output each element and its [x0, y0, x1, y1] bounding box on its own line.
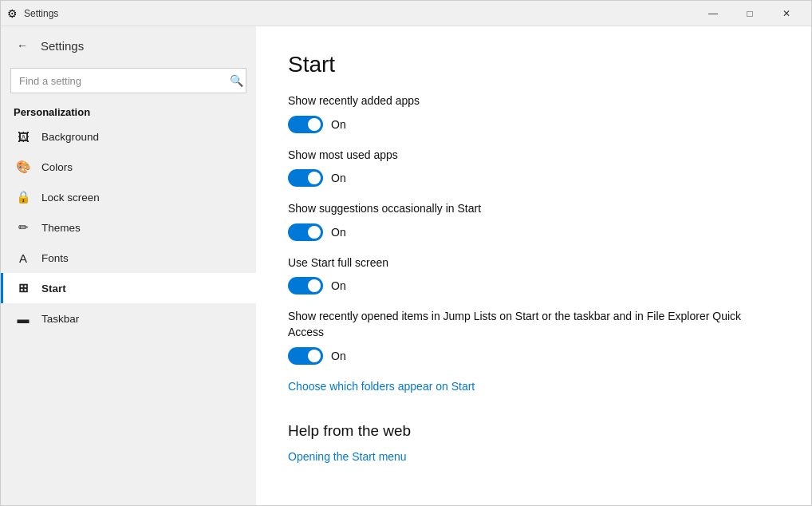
title-bar-title: Settings [24, 8, 58, 19]
close-button[interactable]: ✕ [768, 1, 805, 26]
sidebar-item-lock-screen[interactable]: 🔒Lock screen [1, 182, 256, 212]
toggle-knob-recently-added [308, 118, 321, 131]
settings-window: ⚙ Settings — □ ✕ ← Settings 🔍 Personaliz… [0, 0, 812, 506]
title-bar-controls: — □ ✕ [695, 1, 805, 26]
toggle-recently-added[interactable] [288, 116, 323, 133]
fonts-icon: A [16, 251, 30, 265]
sidebar-item-start[interactable]: ⊞Start [1, 273, 256, 303]
toggle-knob-full-screen [308, 279, 321, 292]
taskbar-label: Taskbar [41, 313, 79, 325]
content-area: ← Settings 🔍 Personalization 🖼Background… [1, 26, 811, 505]
toggle-label-suggestions: On [331, 226, 346, 239]
toggle-label-recently-added: On [331, 118, 346, 131]
help-links-container: Opening the Start menu [288, 449, 779, 464]
toggle-row-suggestions: On [288, 223, 779, 241]
toggle-label-most-used: On [331, 172, 346, 184]
minimize-button[interactable]: — [695, 1, 731, 26]
maximize-button[interactable]: □ [731, 1, 768, 26]
back-button[interactable]: ← [14, 36, 31, 55]
setting-recently-added: Show recently added appsOn [288, 93, 779, 133]
fonts-label: Fonts [41, 252, 69, 264]
sidebar: ← Settings 🔍 Personalization 🖼Background… [1, 26, 256, 505]
setting-most-used: Show most used appsOn [288, 148, 779, 188]
toggle-knob-jump-lists [308, 350, 321, 362]
setting-suggestions: Show suggestions occasionally in StartOn [288, 201, 779, 241]
setting-full-screen: Use Start full screenOn [288, 255, 779, 295]
main-content: Start Show recently added appsOnShow mos… [256, 26, 811, 505]
setting-label-full-screen: Use Start full screen [288, 255, 779, 271]
sidebar-item-background[interactable]: 🖼Background [1, 121, 256, 152]
setting-label-recently-added: Show recently added apps [288, 93, 779, 109]
colors-icon: 🎨 [16, 160, 30, 174]
lock-screen-label: Lock screen [41, 192, 100, 204]
search-box: 🔍 [10, 68, 246, 93]
toggle-row-full-screen: On [288, 277, 779, 295]
title-bar-left: ⚙ Settings [7, 7, 695, 20]
settings-container: Show recently added appsOnShow most used… [288, 93, 779, 365]
search-icon[interactable]: 🔍 [230, 74, 243, 87]
sidebar-item-colors[interactable]: 🎨Colors [1, 152, 256, 182]
setting-jump-lists: Show recently opened items in Jump Lists… [288, 309, 779, 364]
setting-label-most-used: Show most used apps [288, 148, 779, 164]
sidebar-item-themes[interactable]: ✏Themes [1, 212, 256, 243]
setting-label-jump-lists: Show recently opened items in Jump Lists… [288, 309, 779, 340]
section-label: Personalization [1, 100, 256, 121]
toggle-most-used[interactable] [288, 169, 323, 187]
choose-folders-link[interactable]: Choose which folders appear on Start [288, 380, 475, 393]
background-icon: 🖼 [16, 129, 30, 144]
setting-label-suggestions: Show suggestions occasionally in Start [288, 201, 779, 217]
lock-screen-icon: 🔒 [16, 190, 30, 204]
toggle-jump-lists[interactable] [288, 347, 323, 365]
sidebar-top: ← Settings [1, 26, 256, 65]
page-title: Start [288, 52, 779, 77]
toggle-knob-suggestions [308, 226, 321, 239]
toggle-label-full-screen: On [331, 279, 346, 292]
sidebar-item-taskbar[interactable]: ▬Taskbar [1, 303, 256, 334]
toggle-full-screen[interactable] [288, 277, 323, 295]
settings-icon: ⚙ [7, 7, 18, 20]
toggle-row-most-used: On [288, 169, 779, 187]
help-section-title: Help from the web [288, 422, 779, 440]
nav-items-container: 🖼Background🎨Colors🔒Lock screen✏ThemesAFo… [1, 121, 256, 334]
start-label: Start [41, 283, 66, 295]
themes-icon: ✏ [16, 220, 30, 235]
opening-start-menu-link[interactable]: Opening the Start menu [288, 450, 407, 463]
start-icon: ⊞ [16, 281, 30, 295]
search-input[interactable] [10, 68, 246, 93]
themes-label: Themes [41, 222, 81, 234]
background-label: Background [41, 131, 99, 143]
toggle-knob-most-used [308, 172, 321, 184]
colors-label: Colors [41, 161, 73, 173]
toggle-row-recently-added: On [288, 116, 779, 133]
title-bar: ⚙ Settings — □ ✕ [1, 1, 811, 26]
sidebar-app-title: Settings [41, 39, 84, 53]
toggle-label-jump-lists: On [331, 350, 346, 362]
toggle-row-jump-lists: On [288, 347, 779, 365]
toggle-suggestions[interactable] [288, 223, 323, 241]
sidebar-item-fonts[interactable]: AFonts [1, 243, 256, 273]
taskbar-icon: ▬ [16, 311, 30, 326]
